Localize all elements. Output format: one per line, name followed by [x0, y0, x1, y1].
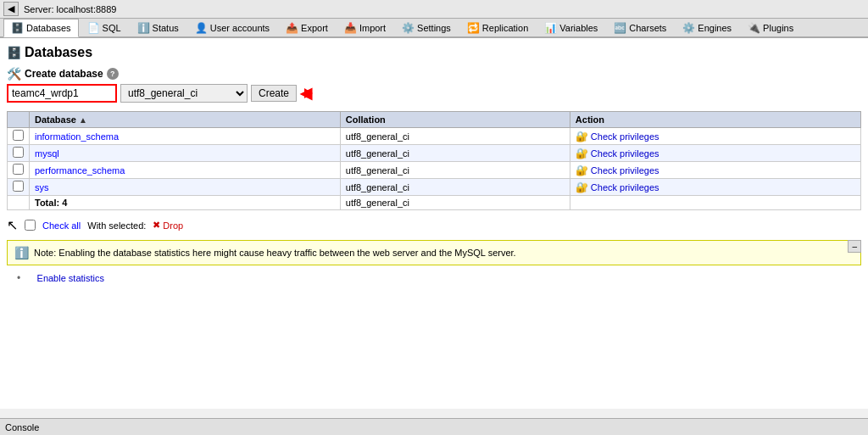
tab-export[interactable]: 📤 Export — [278, 19, 336, 36]
tab-sql-label: SQL — [103, 23, 121, 33]
tab-charsets[interactable]: 🔤 Charsets — [606, 19, 674, 36]
row-checkbox-cell — [8, 179, 30, 196]
help-icon[interactable]: ? — [107, 68, 119, 80]
arrow-icon: ↖ — [7, 217, 18, 233]
tab-replication[interactable]: 🔁 Replication — [459, 19, 536, 36]
db-name-cell: information_schema — [30, 128, 341, 145]
table-row: information_schemautf8_general_ci🔐 Check… — [8, 128, 861, 145]
db-action-cell: 🔐 Check privileges — [570, 145, 860, 162]
check-all-checkbox[interactable] — [25, 220, 36, 231]
tab-settings[interactable]: ⚙️ Settings — [394, 19, 459, 36]
db-name-input[interactable] — [7, 84, 117, 103]
import-icon: 📥 — [344, 22, 357, 34]
privileges-icon: 🔐 — [576, 131, 588, 142]
collation-select[interactable]: utf8_general_ci utf8mb4_general_ci latin… — [120, 84, 248, 103]
check-privileges-link[interactable]: 🔐 Check privileges — [576, 181, 855, 193]
server-label: Server: localhost:8889 — [24, 4, 116, 14]
tab-plugins-label: Plugins — [763, 23, 793, 33]
tab-export-label: Export — [301, 23, 328, 33]
check-privileges-link[interactable]: 🔐 Check privileges — [576, 131, 855, 142]
row-checkbox[interactable] — [13, 147, 24, 158]
row-checkbox-cell — [8, 128, 30, 145]
db-action-cell: 🔐 Check privileges — [570, 179, 860, 196]
create-db-row: utf8_general_ci utf8mb4_general_ci latin… — [7, 84, 861, 103]
th-checkbox — [8, 112, 30, 128]
th-action: Action — [570, 112, 860, 128]
db-name-link[interactable]: information_schema — [35, 131, 119, 142]
tab-databases[interactable]: 🗄️ Databases — [3, 19, 79, 37]
page-title: Databases — [25, 45, 92, 60]
export-icon: 📤 — [286, 22, 298, 34]
tab-engines-label: Engines — [698, 23, 732, 33]
tab-settings-label: Settings — [417, 23, 451, 33]
tab-variables[interactable]: 📊 Variables — [537, 19, 605, 36]
note-text: Note: Enabling the database statistics h… — [34, 248, 516, 258]
create-button[interactable]: Create — [251, 85, 297, 102]
db-collation-cell: utf8_general_ci — [340, 128, 570, 145]
nav-tabs: 🗄️ Databases 📄 SQL ℹ️ Status 👤 User acco… — [0, 19, 868, 38]
drop-link[interactable]: ✖ Drop — [153, 220, 183, 231]
tab-plugins[interactable]: 🔌 Plugins — [740, 19, 801, 36]
row-checkbox[interactable] — [13, 181, 24, 192]
tab-engines[interactable]: ⚙️ Engines — [675, 19, 739, 36]
db-name-link[interactable]: mysql — [35, 148, 59, 159]
row-checkbox[interactable] — [13, 130, 24, 141]
th-collation: Collation — [340, 112, 570, 128]
db-name-link[interactable]: sys — [35, 182, 49, 192]
row-checkbox-cell — [8, 145, 30, 162]
check-privileges-link[interactable]: 🔐 Check privileges — [576, 165, 855, 176]
tab-sql[interactable]: 📄 SQL — [80, 19, 129, 36]
total-label: Total: 4 — [30, 196, 341, 210]
db-name-cell: performance_schema — [30, 162, 341, 179]
tab-status[interactable]: ℹ️ Status — [130, 19, 186, 36]
db-name-cell: sys — [30, 179, 341, 196]
top-bar: ◀ Server: localhost:8889 — [0, 0, 868, 19]
create-db-section: 🛠️ Create database ? utf8_general_ci utf… — [7, 67, 861, 103]
th-database[interactable]: Database ▲ — [30, 112, 341, 128]
db-collation-cell: utf8_general_ci — [340, 179, 570, 196]
db-name-link[interactable]: performance_schema — [35, 165, 125, 176]
page-title-row: 🗄️ Databases — [7, 45, 861, 60]
charsets-icon: 🔤 — [614, 22, 626, 34]
table-row: performance_schemautf8_general_ci🔐 Check… — [8, 162, 861, 179]
tab-user-accounts-label: User accounts — [210, 23, 270, 33]
create-db-label: Create database — [25, 68, 103, 80]
tab-import-label: Import — [359, 23, 386, 33]
databases-page-icon: 🗄️ — [7, 46, 21, 59]
db-name-cell: mysql — [30, 145, 341, 162]
create-arrow: ◀ — [300, 84, 312, 103]
table-row: mysqlutf8_general_ci🔐 Check privileges — [8, 145, 861, 162]
drop-icon: ✖ — [153, 220, 160, 231]
total-checkbox-cell — [8, 196, 30, 210]
check-all-link[interactable]: Check all — [42, 220, 81, 231]
create-db-icon: 🛠️ — [7, 67, 21, 81]
with-selected-label: With selected: — [87, 220, 146, 231]
privileges-icon: 🔐 — [576, 165, 588, 176]
db-collation-cell: utf8_general_ci — [340, 162, 570, 179]
db-name-wrapper — [7, 84, 117, 103]
console-bar: Console — [0, 418, 868, 435]
note-box: ℹ️ Note: Enabling the database statistic… — [7, 240, 861, 265]
row-checkbox[interactable] — [13, 164, 24, 175]
tab-databases-label: Databases — [26, 23, 71, 33]
total-action-cell — [570, 196, 860, 210]
main-content: 🗄️ Databases 🛠️ Create database ? utf8_g… — [0, 38, 868, 409]
tab-status-label: Status — [153, 23, 179, 33]
db-collation-cell: utf8_general_ci — [340, 145, 570, 162]
privileges-icon: 🔐 — [576, 181, 588, 193]
create-db-label-row: 🛠️ Create database ? — [7, 67, 861, 81]
enable-stats-row: • Enable statistics — [17, 272, 861, 284]
check-privileges-link[interactable]: 🔐 Check privileges — [576, 148, 855, 159]
note-section: – ℹ️ Note: Enabling the database statist… — [7, 240, 861, 265]
enable-statistics-link[interactable]: Enable statistics — [37, 273, 104, 283]
back-button[interactable]: ◀ — [3, 2, 19, 16]
bottom-bar: ↖ Check all With selected: ✖ Drop — [7, 217, 861, 233]
drop-label: Drop — [163, 220, 183, 231]
sort-arrow-database: ▲ — [79, 115, 87, 125]
tab-user-accounts[interactable]: 👤 User accounts — [187, 19, 277, 36]
tab-replication-label: Replication — [482, 23, 528, 33]
databases-table: Database ▲ Collation Action information_… — [7, 111, 861, 210]
replication-icon: 🔁 — [467, 22, 480, 34]
tab-import[interactable]: 📥 Import — [337, 19, 393, 36]
collapse-button[interactable]: – — [848, 240, 861, 253]
